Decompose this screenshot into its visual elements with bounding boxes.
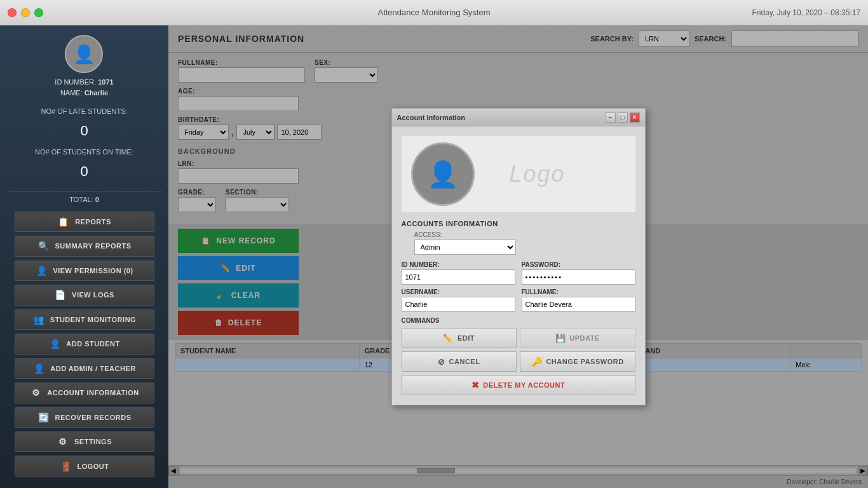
- sidebar-btn-recover[interactable]: 🔄 RECOVER RECORDS: [15, 407, 154, 428]
- modal-fullname-label: FULLNAME:: [522, 288, 635, 295]
- modal-cancel-btn[interactable]: ⊘ CANCEL: [402, 351, 517, 372]
- close-button[interactable]: [8, 8, 17, 17]
- key-icon: 🔑: [531, 356, 543, 367]
- sidebar-btn-student-monitoring[interactable]: 👥 STUDENT MONITORING: [15, 309, 154, 330]
- update-icon: 💾: [555, 334, 566, 343]
- logs-label: VIEW LOGS: [72, 291, 114, 299]
- monitoring-label: STUDENT MONITORING: [50, 316, 136, 323]
- permission-icon: 👤: [35, 266, 48, 276]
- modal-username-field: USERNAME:: [402, 288, 515, 312]
- sidebar-btn-add-student[interactable]: 👤 ADD STUDENT: [15, 334, 154, 354]
- summary-label: SUMMARY REPORTS: [55, 242, 132, 250]
- delete-x-icon: ✖: [471, 380, 480, 390]
- modal-password-input[interactable]: [522, 269, 635, 285]
- sidebar-btn-view-logs[interactable]: 📄 VIEW LOGS: [15, 285, 154, 305]
- reports-label: REPORTS: [75, 218, 111, 226]
- permission-label: VIEW PERMISSION (0): [53, 267, 133, 274]
- modal-titlebar: Account Information − □ ×: [392, 109, 645, 126]
- minimize-button[interactable]: [21, 8, 30, 17]
- window-controls[interactable]: [8, 8, 43, 17]
- modal-update-label: UPDATE: [569, 334, 599, 342]
- modal-avatar-placeholder: 👤: [427, 159, 459, 189]
- total-stat: TOTAL: 0: [69, 196, 99, 203]
- maximize-button[interactable]: [34, 8, 43, 17]
- modal-restore-btn[interactable]: □: [618, 112, 628, 123]
- logout-icon: 🚪: [59, 461, 72, 471]
- modal-username-label: USERNAME:: [402, 288, 515, 295]
- name-value: Charlie: [85, 89, 108, 97]
- edit-pencil-icon: ✏️: [443, 334, 454, 343]
- sidebar-btn-logout[interactable]: 🚪 LOGOUT: [15, 456, 154, 476]
- sidebar-btn-account-info[interactable]: ⚙ ACCOUNT INFORMATION: [15, 383, 154, 403]
- modal-update-btn[interactable]: 💾 UPDATE: [520, 328, 635, 348]
- access-label: ACCESS:: [414, 231, 442, 238]
- reports-icon: 📋: [57, 217, 70, 227]
- late-students-stat: NO# OF LATE STUDENTS: 0: [41, 105, 127, 143]
- commands-grid: ✏️ EDIT 💾 UPDATE ⊘ CANCEL: [402, 328, 635, 372]
- logout-label: LOGOUT: [77, 463, 109, 470]
- access-select[interactable]: Admin Teacher: [414, 240, 516, 255]
- on-time-stat: NO# OF STUDENTS ON TIME: 0: [35, 146, 133, 184]
- logs-icon: 📄: [54, 290, 67, 300]
- modal-title: Account Information: [397, 114, 466, 121]
- modal-edit-label: EDIT: [458, 334, 475, 342]
- access-row: ACCESS: Admin Teacher: [402, 231, 635, 255]
- modal-avatar: 👤: [411, 142, 475, 206]
- sidebar-btn-add-admin[interactable]: 👤 ADD ADMIN / TEACHER: [15, 358, 154, 379]
- sidebar-profile: 👤 ID NUMBER: 1071 NAME: Charlie: [55, 35, 113, 98]
- app-title: Attendance Monitoring System: [377, 8, 490, 17]
- modal-close-btn[interactable]: ×: [630, 112, 640, 123]
- on-time-label: NO# OF STUDENTS ON TIME:: [35, 148, 133, 156]
- modal-password-field: PASSWORD:: [522, 261, 635, 285]
- account-information-modal: Account Information − □ × 👤 Logo: [391, 108, 646, 405]
- settings-icon: ⚙: [57, 437, 69, 447]
- modal-cancel-label: CANCEL: [449, 358, 480, 365]
- total-value: 0: [95, 196, 99, 203]
- modal-password-label: PASSWORD:: [522, 261, 635, 268]
- avatar-placeholder: 👤: [73, 44, 95, 65]
- sidebar: 👤 ID NUMBER: 1071 NAME: Charlie NO# OF L…: [0, 25, 168, 488]
- avatar: 👤: [65, 35, 103, 73]
- sidebar-btn-reports[interactable]: 📋 REPORTS: [15, 212, 154, 232]
- recover-label: RECOVER RECORDS: [55, 414, 132, 421]
- name-label: NAME:: [60, 89, 83, 97]
- modal-edit-btn[interactable]: ✏️ EDIT: [402, 328, 517, 348]
- modal-id-label: ID NUMBER:: [402, 261, 515, 268]
- add-admin-icon: 👤: [32, 363, 45, 374]
- titlebar: Attendance Monitoring System Friday, Jul…: [0, 0, 868, 25]
- sidebar-btn-summary-reports[interactable]: 🔍 SUMMARY REPORTS: [15, 236, 154, 256]
- sidebar-btn-settings[interactable]: ⚙ SETTINGS: [15, 431, 154, 452]
- modal-fullname-field: FULLNAME:: [522, 288, 635, 312]
- late-students-label: NO# OF LATE STUDENTS:: [41, 107, 127, 115]
- on-time-value: 0: [35, 159, 133, 184]
- modal-logo-area: 👤 Logo: [402, 136, 635, 212]
- add-student-icon: 👤: [48, 339, 61, 349]
- commands-title: COMMANDS: [402, 317, 635, 324]
- settings-label: SETTINGS: [74, 438, 112, 445]
- modal-minimize-btn[interactable]: −: [606, 112, 616, 123]
- add-student-label: ADD STUDENT: [66, 340, 119, 348]
- total-label: TOTAL:: [69, 196, 93, 203]
- modal-username-input[interactable]: [402, 297, 515, 312]
- sidebar-id-name: ID NUMBER: 1071 NAME: Charlie: [55, 77, 113, 98]
- summary-icon: 🔍: [37, 241, 50, 251]
- modal-body: 👤 Logo ACCOUNTS INFORMATION ACCESS: Admi…: [392, 126, 645, 405]
- account-label: ACCOUNT INFORMATION: [47, 389, 139, 396]
- add-admin-label: ADD ADMIN / TEACHER: [50, 365, 135, 372]
- modal-change-password-btn[interactable]: 🔑 CHANGE PASSWORD: [520, 351, 635, 372]
- id-number-label: ID NUMBER:: [55, 78, 96, 86]
- sidebar-btn-view-permission[interactable]: 👤 VIEW PERMISSION (0): [15, 261, 154, 281]
- modal-change-password-label: CHANGE PASSWORD: [546, 358, 623, 365]
- main-content: 👤 ID NUMBER: 1071 NAME: Charlie NO# OF L…: [0, 25, 868, 488]
- modal-controls[interactable]: − □ ×: [606, 112, 640, 123]
- modal-fullname-input[interactable]: [522, 297, 635, 312]
- right-panel: PERSONAL INFORMATION SEARCH BY: LRN Name…: [168, 25, 868, 488]
- modal-delete-account-btn[interactable]: ✖ DELETE MY ACCOUNT: [402, 375, 635, 395]
- monitoring-icon: 👥: [32, 315, 45, 325]
- cancel-icon: ⊘: [438, 357, 445, 367]
- account-icon: ⚙: [29, 388, 42, 398]
- modal-overlay: Account Information − □ × 👤 Logo: [168, 25, 868, 488]
- modal-fields-grid: ID NUMBER: PASSWORD: USERNAME: FULL: [402, 261, 635, 312]
- late-students-value: 0: [41, 118, 127, 144]
- modal-id-input[interactable]: [402, 269, 515, 285]
